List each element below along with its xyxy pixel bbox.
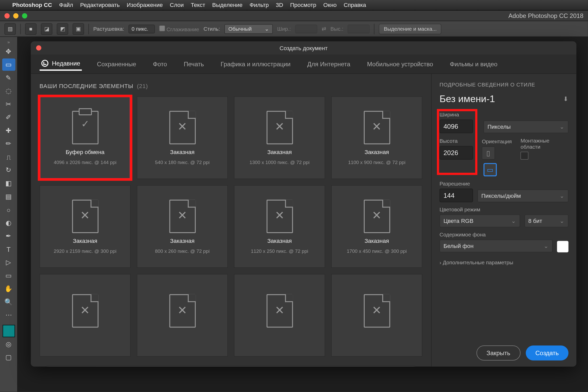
selection-sub-icon[interactable]: ◩ — [57, 23, 68, 35]
move-tool-icon[interactable]: ✥ — [2, 45, 15, 58]
crop-tool-icon[interactable]: ✂ — [2, 98, 15, 110]
presets-panel: ВАШИ ПОСЛЕДНИЕ ЭЛЕМЕНТЫ (21) Буфер обмен… — [31, 74, 431, 367]
edit-toolbar-icon[interactable]: ⋯ — [2, 309, 15, 321]
brush-tool-icon[interactable]: ✏ — [2, 138, 15, 150]
preset-item[interactable]: ✕Заказная1700 x 450 пикс. @ 300 ppi — [331, 185, 423, 268]
orientation-landscape-button[interactable]: ▭ — [484, 163, 497, 176]
selection-intersect-icon[interactable]: ▣ — [72, 23, 84, 35]
gradient-tool-icon[interactable]: ▤ — [2, 190, 15, 203]
eraser-tool-icon[interactable]: ◧ — [2, 177, 15, 189]
selection-add-icon[interactable]: ◪ — [41, 23, 52, 35]
menu-window[interactable]: Окно — [323, 2, 337, 8]
hand-tool-icon[interactable]: ✋ — [2, 283, 15, 295]
type-tool-icon[interactable]: T — [2, 243, 15, 255]
menu-edit[interactable]: Редактировать — [80, 2, 120, 8]
preset-item[interactable]: Буфер обмена4096 x 2026 пикс. @ 144 ppi — [40, 96, 131, 179]
preset-meta: 4096 x 2026 пикс. @ 144 ppi — [54, 159, 117, 165]
height-input — [348, 24, 370, 33]
shape-tool-icon[interactable]: ▭ — [2, 269, 15, 282]
foreground-color-icon[interactable] — [2, 325, 15, 337]
preset-item[interactable]: ✕ — [234, 274, 325, 356]
select-and-mask-button[interactable]: Выделение и маска... — [379, 24, 442, 34]
preset-item[interactable]: ✕Заказная1100 x 900 пикс. @ 72 ppi — [331, 96, 423, 179]
menu-layers[interactable]: Слои — [170, 2, 184, 8]
quick-select-tool-icon[interactable]: ◌ — [2, 85, 15, 97]
eyedropper-tool-icon[interactable]: ✐ — [2, 111, 15, 124]
dialog-close-icon[interactable] — [36, 45, 41, 51]
style-label: Стиль: — [204, 26, 220, 32]
preset-item[interactable]: ✕Заказная1120 x 250 пикс. @ 72 ppi — [234, 185, 325, 268]
tab-film[interactable]: Фильмы и видео — [448, 58, 499, 70]
artboards-checkbox[interactable] — [521, 152, 529, 160]
menu-text[interactable]: Текст — [191, 2, 205, 8]
preset-item[interactable]: ✕Заказная540 x 180 пикс. @ 72 ppi — [137, 96, 228, 179]
tab-recent[interactable]: Недавние — [40, 57, 82, 71]
background-swatch-icon[interactable] — [557, 241, 569, 252]
menu-file[interactable]: Файл — [59, 2, 73, 8]
tab-print[interactable]: Печать — [182, 58, 206, 70]
history-brush-tool-icon[interactable]: ↻ — [2, 164, 15, 176]
selection-new-icon[interactable]: ■ — [25, 23, 37, 35]
height-field[interactable] — [439, 146, 473, 159]
preset-name: Заказная — [365, 148, 389, 155]
window-close-icon[interactable] — [4, 13, 10, 18]
window-min-icon[interactable] — [13, 13, 19, 18]
style-select[interactable]: Обычный ⌄ — [224, 24, 273, 34]
tab-saved[interactable]: Сохраненные — [95, 58, 138, 70]
preset-name: Заказная — [73, 237, 97, 244]
width-field[interactable] — [439, 119, 473, 133]
tool-preset-icon[interactable]: ▧ — [4, 23, 16, 35]
preset-name: Буфер обмена — [66, 148, 105, 155]
zoom-tool-icon[interactable]: 🔍 — [2, 296, 15, 308]
preset-item[interactable]: ✕ — [40, 274, 131, 356]
preset-name: Заказная — [170, 237, 194, 244]
feather-input[interactable] — [129, 24, 155, 33]
close-button[interactable]: Закрыть — [476, 345, 520, 360]
background-select[interactable]: Белый фон⌄ — [439, 239, 553, 252]
menu-select[interactable]: Выделение — [212, 2, 243, 8]
healing-tool-icon[interactable]: ✚ — [2, 124, 15, 137]
bit-depth-select[interactable]: 8 бит⌄ — [524, 214, 568, 227]
create-button[interactable]: Создать — [526, 345, 569, 360]
tab-web[interactable]: Для Интернета — [306, 58, 352, 70]
document-name[interactable]: Без имени-1 ⬇ — [439, 93, 568, 105]
menu-help[interactable]: Справка — [344, 2, 366, 8]
resolution-units-select[interactable]: Пикселы/дюйм⌄ — [477, 189, 569, 202]
lasso-tool-icon[interactable]: ✎ — [2, 72, 15, 84]
quick-mask-icon[interactable]: ◎ — [2, 338, 15, 350]
pen-tool-icon[interactable]: ✒ — [2, 230, 15, 242]
recent-heading: ВАШИ ПОСЛЕДНИЕ ЭЛЕМЕНТЫ (21) — [40, 83, 423, 89]
resolution-field[interactable] — [439, 189, 473, 202]
preset-item[interactable]: ✕ — [137, 274, 228, 356]
screen-mode-icon[interactable]: ▢ — [2, 351, 15, 364]
preset-item[interactable]: ✕Заказная1300 x 1000 пикс. @ 72 ppi — [234, 96, 325, 179]
save-preset-icon[interactable]: ⬇ — [563, 95, 569, 102]
units-select[interactable]: Пикселы⌄ — [484, 121, 569, 133]
color-mode-select[interactable]: Цвета RGB⌄ — [439, 214, 520, 227]
width-label: Шир.: — [277, 26, 291, 32]
app-title: Adobe Photoshop CC 2018 — [508, 12, 583, 19]
orientation-label: Ориентация — [482, 138, 512, 145]
tab-photo[interactable]: Фото — [151, 58, 169, 70]
menu-app[interactable]: Photoshop CC — [12, 2, 52, 8]
menu-image[interactable]: Изображение — [127, 2, 163, 8]
marquee-tool-icon[interactable]: ▭ — [2, 58, 15, 71]
dodge-tool-icon[interactable]: ◐ — [2, 217, 15, 229]
blur-tool-icon[interactable]: ○ — [2, 203, 15, 216]
menu-view[interactable]: Просмотр — [290, 2, 316, 8]
toolbar-expand-icon[interactable]: » — [7, 40, 10, 45]
stamp-tool-icon[interactable]: ⎍ — [2, 151, 15, 163]
preset-item[interactable]: ✕ — [331, 274, 423, 356]
orientation-portrait-button[interactable]: ▯ — [482, 146, 495, 160]
advanced-toggle[interactable]: › Дополнительные параметры — [439, 259, 568, 266]
menu-3d[interactable]: 3D — [276, 2, 283, 8]
window-max-icon[interactable] — [22, 13, 27, 18]
tab-mobile[interactable]: Мобильное устройство — [365, 58, 435, 70]
preset-item[interactable]: ✕Заказная2920 x 2159 пикс. @ 300 ppi — [40, 185, 131, 268]
preset-item[interactable]: ✕Заказная800 x 260 пикс. @ 72 ppi — [137, 185, 228, 268]
path-select-tool-icon[interactable]: ▷ — [2, 256, 15, 269]
tab-graphics[interactable]: Графика и иллюстрации — [219, 58, 292, 70]
preset-name: Заказная — [365, 237, 389, 244]
menu-filter[interactable]: Фильтр — [249, 2, 269, 8]
feather-label: Растушевка: — [93, 26, 124, 32]
